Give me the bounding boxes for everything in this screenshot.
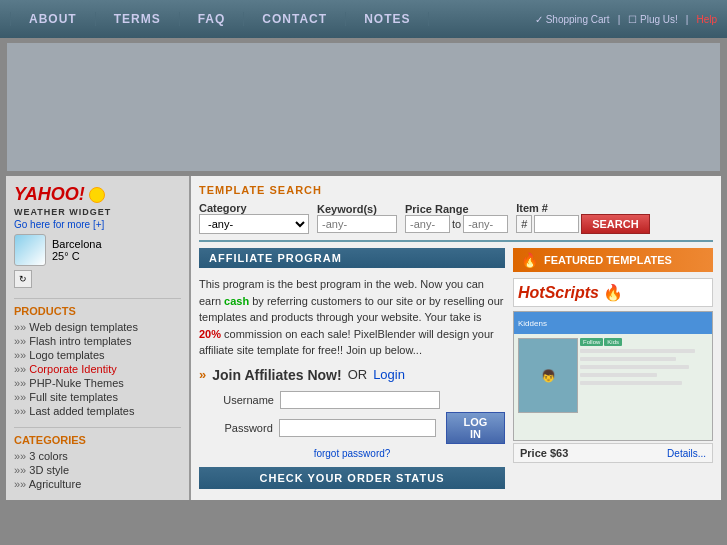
join-row: » Join Affiliates Now! OR Login bbox=[199, 367, 505, 383]
category-label: Category bbox=[199, 202, 309, 214]
affiliate-text-3: commission on each sale! PixelBlender wi… bbox=[199, 328, 494, 357]
preview-image: 👦 bbox=[518, 338, 578, 413]
category-3d[interactable]: 3D style bbox=[14, 464, 181, 476]
categories-section-title: CATEGORIES bbox=[14, 427, 181, 446]
hotscripts-flame-icon: 🔥 bbox=[603, 283, 623, 302]
product-fullsite[interactable]: Full site templates bbox=[14, 391, 181, 403]
hotscripts-box: HotScripts 🔥 bbox=[513, 278, 713, 307]
password-row: Password LOG IN bbox=[199, 412, 505, 444]
price-label: Price Range bbox=[405, 203, 508, 215]
banner-area bbox=[6, 42, 721, 172]
price-from-input[interactable] bbox=[405, 215, 450, 233]
city-name: Barcelona bbox=[52, 238, 102, 250]
product-last-added[interactable]: Last added templates bbox=[14, 405, 181, 417]
go-here-link[interactable]: Go here for more [+] bbox=[14, 219, 181, 230]
help-link[interactable]: Help bbox=[696, 14, 717, 25]
yahoo-text: YAHOO! bbox=[14, 184, 85, 205]
weather-info: Barcelona 25° C bbox=[14, 234, 181, 266]
nav-links: ABOUT TERMS FAQ CONTACT NOTES bbox=[10, 12, 535, 26]
search-row: Category -any- Keyword(s) Price Range to… bbox=[199, 202, 713, 234]
search-divider bbox=[199, 240, 713, 242]
password-input[interactable] bbox=[279, 419, 436, 437]
nav-item-contact[interactable]: CONTACT bbox=[244, 12, 346, 26]
nav-right: ✓ Shopping Cart | ☐ Plug Us! | Help bbox=[535, 14, 717, 25]
flame-icon: 🔥 bbox=[521, 252, 538, 268]
category-select[interactable]: -any- bbox=[199, 214, 309, 234]
yahoo-weather-widget: YAHOO! WEATHER WIDGET Go here for more [… bbox=[14, 184, 181, 288]
preview-bar-text: Kiddens bbox=[518, 319, 547, 328]
username-input[interactable] bbox=[280, 391, 440, 409]
nav-item-terms[interactable]: TERMS bbox=[96, 12, 180, 26]
sep1: | bbox=[618, 14, 621, 25]
login-button[interactable]: LOG IN bbox=[446, 412, 505, 444]
preview-line-2 bbox=[580, 357, 676, 361]
products-section-title: PRODUCTS bbox=[14, 298, 181, 317]
preview-btn-row: Follow Kids bbox=[580, 338, 708, 346]
search-button[interactable]: SEARCH bbox=[581, 214, 649, 234]
sidebar: YAHOO! WEATHER WIDGET Go here for more [… bbox=[6, 176, 191, 500]
nav-item-about[interactable]: ABOUT bbox=[10, 12, 96, 26]
price-to-input[interactable] bbox=[463, 215, 508, 233]
price-row: Price $63 Details... bbox=[513, 443, 713, 463]
item-hash: # bbox=[516, 215, 532, 233]
temperature: 25° C bbox=[52, 250, 102, 262]
content-split: AFFILIATE PROGRAM This program is the be… bbox=[199, 248, 713, 489]
join-title: Join Affiliates Now! bbox=[212, 367, 341, 383]
product-logo[interactable]: Logo templates bbox=[14, 349, 181, 361]
main-wrapper: YAHOO! WEATHER WIDGET Go here for more [… bbox=[6, 176, 721, 500]
username-label: Username bbox=[209, 394, 274, 406]
refresh-button[interactable]: ↻ bbox=[14, 270, 32, 288]
preview-line-3 bbox=[580, 365, 689, 369]
check-order-button[interactable]: CHECK YOUR ORDER STATUS bbox=[199, 467, 505, 489]
product-web-design[interactable]: Web design templates bbox=[14, 321, 181, 333]
template-preview[interactable]: Kiddens 👦 Follow Kids bbox=[513, 311, 713, 441]
commission-pct: 20% bbox=[199, 328, 221, 340]
item-label: Item # bbox=[516, 202, 649, 214]
top-navigation: ABOUT TERMS FAQ CONTACT NOTES ✓ Shopping… bbox=[0, 0, 727, 38]
preview-content: 👦 Follow Kids bbox=[514, 334, 712, 417]
nav-item-faq[interactable]: FAQ bbox=[180, 12, 245, 26]
affiliate-header: AFFILIATE PROGRAM bbox=[199, 248, 505, 268]
city-temp: Barcelona 25° C bbox=[52, 238, 102, 262]
preview-right: Follow Kids bbox=[580, 338, 708, 413]
featured-title: FEATURED TEMPLATES bbox=[544, 254, 672, 266]
preview-line-5 bbox=[580, 381, 682, 385]
price-to-separator: to bbox=[452, 218, 461, 230]
content-left: AFFILIATE PROGRAM This program is the be… bbox=[199, 248, 505, 489]
featured-templates-panel: 🔥 FEATURED TEMPLATES HotScripts 🔥 Kidden… bbox=[513, 248, 713, 489]
plugin-link[interactable]: ☐ Plug Us! bbox=[628, 14, 678, 25]
category-3colors[interactable]: 3 colors bbox=[14, 450, 181, 462]
login-link[interactable]: Login bbox=[373, 367, 405, 382]
product-flash-intro[interactable]: Flash intro templates bbox=[14, 335, 181, 347]
cash-link[interactable]: cash bbox=[224, 295, 249, 307]
main-content: TEMPLATE SEARCH Category -any- Keyword(s… bbox=[191, 176, 721, 500]
sep2: | bbox=[686, 14, 689, 25]
or-text: OR bbox=[348, 367, 368, 382]
username-row: Username bbox=[199, 391, 505, 409]
featured-header: 🔥 FEATURED TEMPLATES bbox=[513, 248, 713, 272]
category-agriculture[interactable]: Agriculture bbox=[14, 478, 181, 490]
keyword-input[interactable] bbox=[317, 215, 397, 233]
product-corporate[interactable]: Corporate Identity bbox=[14, 363, 181, 375]
password-label: Password bbox=[209, 422, 273, 434]
product-phpnuke[interactable]: PHP-Nuke Themes bbox=[14, 377, 181, 389]
search-section-title: TEMPLATE SEARCH bbox=[199, 184, 713, 196]
preview-btn-2: Kids bbox=[604, 338, 622, 346]
preview-face: 👦 bbox=[519, 339, 577, 412]
preview-line-4 bbox=[580, 373, 657, 377]
weather-label: WEATHER WIDGET bbox=[14, 207, 181, 217]
preview-btn-1: Follow bbox=[580, 338, 603, 346]
yahoo-logo: YAHOO! bbox=[14, 184, 181, 205]
weather-icon bbox=[14, 234, 46, 266]
join-arrow-icon: » bbox=[199, 367, 206, 382]
hotscripts-text: HotScripts bbox=[518, 284, 599, 302]
weather-sun-icon bbox=[89, 187, 105, 203]
affiliate-description: This program is the best program in the … bbox=[199, 276, 505, 359]
details-link[interactable]: Details... bbox=[667, 448, 706, 459]
preview-bar: Kiddens bbox=[514, 312, 712, 334]
shopping-cart-link[interactable]: ✓ Shopping Cart bbox=[535, 14, 610, 25]
item-input[interactable] bbox=[534, 215, 579, 233]
price-text: Price $63 bbox=[520, 447, 568, 459]
nav-item-notes[interactable]: NOTES bbox=[346, 12, 429, 26]
forgot-password-link[interactable]: forgot password? bbox=[199, 448, 505, 459]
